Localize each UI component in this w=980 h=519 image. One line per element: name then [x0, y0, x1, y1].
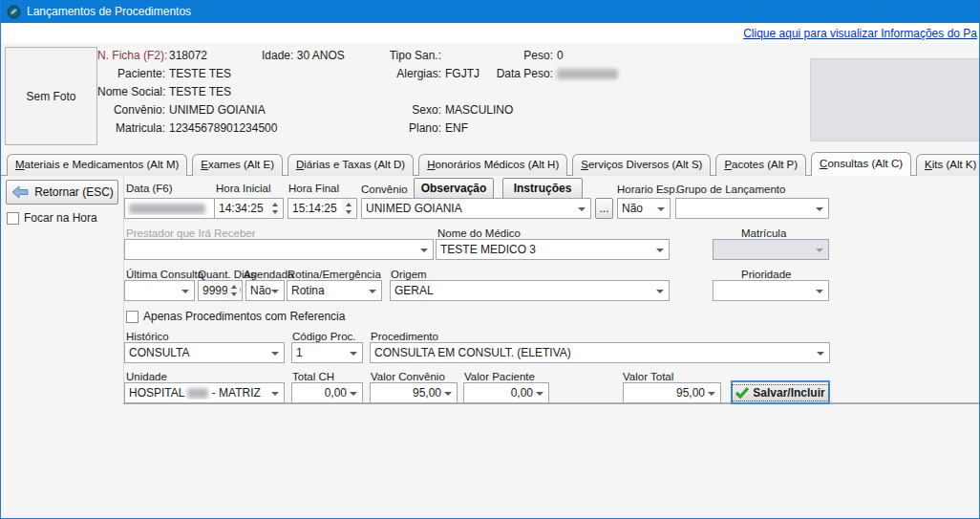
- dropdown-arrow-icon[interactable]: [708, 392, 715, 396]
- dropdown-arrow-icon[interactable]: [271, 352, 279, 356]
- hora-final-spinner[interactable]: 15:14:25: [288, 198, 357, 219]
- procedimento-combo[interactable]: CONSULTA EM CONSULT. (ELETIVA): [370, 342, 830, 363]
- procedures-window: Lançamentos de Procedimentos Clique aqui…: [0, 0, 980, 519]
- dropdown-arrow-icon[interactable]: [656, 290, 664, 293]
- hora-inicial-spinner[interactable]: 14:34:25: [214, 198, 284, 219]
- total-ch-field[interactable]: 0,00: [291, 382, 363, 403]
- apenas-referencia-checkbox[interactable]: Apenas Procedimentos com Referencia: [126, 310, 345, 323]
- valor-paciente-label: Valor Paciente: [464, 371, 535, 382]
- spin-buttons[interactable]: [342, 200, 354, 217]
- checkbox-box[interactable]: [7, 212, 19, 225]
- valor-total-field[interactable]: 95,00: [623, 382, 721, 403]
- dropdown-arrow-icon[interactable]: [817, 352, 824, 356]
- tab-diarias[interactable]: Diárias e Taxas (Alt D): [288, 154, 414, 176]
- grupo-lancamento-combo[interactable]: [675, 198, 829, 219]
- dropdown-arrow-icon[interactable]: [816, 290, 823, 293]
- app-icon: [7, 5, 21, 19]
- patient-info-link[interactable]: Clique aqui para visualizar Informações …: [743, 27, 977, 40]
- check-icon: [735, 386, 749, 399]
- tab-materiais[interactable]: Materiais e Medicamentos (Alt M): [7, 154, 187, 176]
- dropdown-arrow-icon[interactable]: [369, 290, 376, 293]
- spin-up-icon[interactable]: [272, 203, 278, 206]
- ultima-consulta-combo[interactable]: [124, 280, 195, 301]
- tab-exames[interactable]: Exames (Alt E): [192, 154, 283, 176]
- paciente-label: Paciente:: [97, 67, 165, 80]
- focar-na-hora-checkbox[interactable]: Focar na Hora: [7, 211, 97, 225]
- matricula-field-label: Matrícula: [741, 227, 786, 239]
- rotina-emergencia-combo[interactable]: Rotina: [287, 280, 382, 301]
- dropdown-arrow-icon[interactable]: [656, 249, 664, 252]
- patient-plan: Plano:ENF: [346, 121, 468, 135]
- ficha-label: N. Ficha (F2):: [97, 49, 165, 62]
- plano-value: ENF: [445, 121, 468, 135]
- valor-convenio-label: Valor Convênio: [371, 371, 445, 382]
- photo-placeholder: Sem Foto: [5, 47, 97, 145]
- convenio-browse-button[interactable]: ...: [595, 198, 613, 219]
- spin-down-icon[interactable]: [272, 210, 278, 214]
- dropdown-arrow-icon[interactable]: [271, 290, 279, 293]
- tab-consultas[interactable]: Consultas (Alt C): [811, 152, 911, 176]
- patient-registration: Matricula:12345678901234500: [97, 121, 277, 135]
- instrucoes-label: Instruções: [514, 182, 572, 195]
- observacao-button[interactable]: Observação: [414, 178, 494, 199]
- plano-label: Plano:: [346, 121, 441, 135]
- dropdown-arrow-icon[interactable]: [271, 392, 279, 396]
- observacao-label: Observação: [421, 182, 487, 195]
- tab-kits[interactable]: Kits (Alt K): [916, 154, 980, 176]
- tab-pacotes[interactable]: Pacotes (Alt P): [715, 154, 806, 176]
- apenas-referencia-label: Apenas Procedimentos com Referencia: [143, 310, 345, 323]
- paciente-value: TESTE TES: [169, 67, 231, 80]
- dropdown-arrow-icon[interactable]: [350, 352, 357, 356]
- dropdown-arrow-icon[interactable]: [536, 392, 543, 396]
- dropdown-arrow-icon[interactable]: [578, 207, 586, 211]
- historico-combo[interactable]: CONSULTA: [124, 342, 285, 363]
- prioridade-combo[interactable]: [713, 280, 829, 301]
- spin-buttons[interactable]: [227, 282, 240, 299]
- salvar-incluir-button[interactable]: Salvar/Incluir: [731, 380, 830, 404]
- data-peso-redacted-value: [557, 69, 618, 79]
- agendada-label: Agendada: [244, 269, 293, 280]
- nome-medico-combo[interactable]: TESTE MEDICO 3: [436, 239, 670, 260]
- unidade-redacted-part: [187, 388, 208, 399]
- tab-honorarios[interactable]: Honorários Médicos (Alt H): [418, 154, 567, 176]
- spin-buttons[interactable]: [268, 200, 281, 217]
- unidade-combo[interactable]: HOSPITAL - MATRIZ: [124, 382, 285, 403]
- convenio-combo[interactable]: UNIMED GOIANIA: [361, 198, 591, 219]
- horario-esp-combo[interactable]: Não: [617, 198, 671, 219]
- prioridade-label: Prioridade: [741, 269, 791, 280]
- peso-value: 0: [557, 49, 564, 62]
- dropdown-arrow-icon[interactable]: [816, 207, 823, 211]
- codigo-proc-combo[interactable]: 1: [291, 342, 363, 363]
- dropdown-arrow-icon[interactable]: [657, 207, 665, 211]
- instrucoes-button[interactable]: Instruções: [502, 178, 583, 199]
- dropdown-arrow-icon[interactable]: [420, 249, 428, 252]
- valor-convenio-field[interactable]: 95,00: [370, 382, 458, 403]
- unidade-value-prefix: HOSPITAL: [129, 386, 184, 400]
- dropdown-arrow-icon[interactable]: [444, 392, 452, 396]
- patient-weight-date: Data Peso:: [460, 67, 618, 80]
- agendada-combo[interactable]: Não: [245, 280, 285, 301]
- window-title: Lançamentos de Procedimentos: [27, 5, 191, 18]
- spin-up-icon[interactable]: [231, 285, 237, 289]
- retornar-button[interactable]: Retornar (ESC): [6, 180, 118, 205]
- prestador-label: Prestador que Irá Receber: [126, 227, 256, 239]
- origem-label: Origem: [391, 269, 427, 280]
- checkbox-box[interactable]: [126, 311, 138, 323]
- valor-paciente-field[interactable]: 0,00: [463, 382, 549, 403]
- origem-combo[interactable]: GERAL: [390, 280, 670, 301]
- prestador-combo[interactable]: [124, 239, 434, 260]
- patient-name: Paciente:TESTE TES: [97, 67, 231, 80]
- back-arrow-icon: [11, 185, 30, 199]
- quant-dias-spinner[interactable]: 999999: [198, 280, 243, 301]
- tab-servicos[interactable]: Serviços Diversos (Alt S): [572, 154, 711, 176]
- spin-down-icon[interactable]: [346, 210, 352, 214]
- total-ch-label: Total CH: [292, 371, 334, 382]
- codigo-proc-label: Código Proc.: [292, 331, 355, 342]
- spin-down-icon[interactable]: [231, 292, 237, 296]
- spin-up-icon[interactable]: [346, 203, 352, 206]
- convenio-value: UNIMED GOIANIA: [169, 103, 266, 117]
- matricula-value: 12345678901234500: [169, 121, 277, 135]
- grupo-lancamento-label: Grupo de Lançamento: [676, 184, 785, 195]
- dropdown-arrow-icon[interactable]: [181, 290, 189, 293]
- dropdown-arrow-icon[interactable]: [350, 392, 357, 396]
